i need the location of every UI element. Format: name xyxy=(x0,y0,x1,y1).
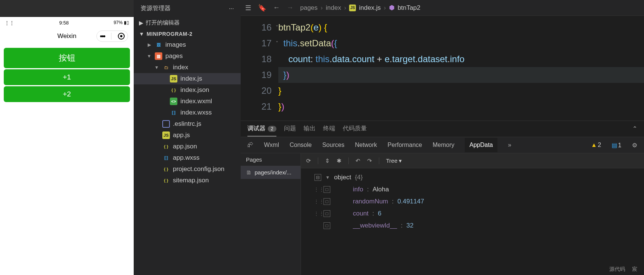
tree-label: index.wxss xyxy=(180,109,212,116)
status-battery: 97% ▮▯ xyxy=(114,20,129,25)
bookmark-icon[interactable]: 🔖 xyxy=(258,4,266,12)
pages-column: Pages 🗎 pages/index/... xyxy=(241,153,301,275)
data-entry-info[interactable]: ⋮⋮□info : Aloha xyxy=(305,183,640,196)
data-tree[interactable]: ⊟▼object {4}⋮⋮□info : Aloha⋮⋮□randomNum … xyxy=(301,168,644,275)
breadcrumb-3[interactable]: btnTap2 xyxy=(398,4,421,12)
open-editors-section[interactable]: ▶ 打开的编辑器 xyxy=(134,17,241,29)
devtab-wxml[interactable]: Wxml xyxy=(264,142,279,148)
tree-label: pages xyxy=(165,52,183,60)
tree-item-pages[interactable]: ▼▥pages xyxy=(134,50,241,62)
tree-label: app.wxss xyxy=(173,154,200,162)
tree-item-project-config-json[interactable]: { }project.config.json xyxy=(134,163,241,175)
gear-icon[interactable]: ⚙ xyxy=(632,142,637,149)
status-line: 源代码 宸 xyxy=(609,266,637,273)
devtab-console[interactable]: Console xyxy=(290,142,312,148)
appdata-toolbar: ⟳ ⇕ ✱ ↶ ↷ Tree ▾ xyxy=(301,153,644,168)
tree-label: app.json xyxy=(173,143,197,150)
tree-label: .eslintrc.js xyxy=(173,120,201,128)
collapse-icon[interactable]: ✱ xyxy=(337,157,342,164)
chevron-right-icon: › xyxy=(344,4,346,12)
tree-item-images[interactable]: ▶🖼images xyxy=(134,39,241,50)
tree-item-index-json[interactable]: { }index.json xyxy=(134,84,241,96)
tree-item-index[interactable]: ▼🗀index xyxy=(134,62,241,73)
tree-item-app-json[interactable]: { }app.json xyxy=(134,141,241,152)
close-icon[interactable] xyxy=(118,33,125,40)
undo-icon[interactable]: ↶ xyxy=(356,157,360,164)
devtab-memory[interactable]: Memory xyxy=(433,142,455,148)
data-entry-count[interactable]: ⋮⋮□count : 6 xyxy=(305,208,640,220)
info-icon[interactable]: ▤1 xyxy=(612,142,621,149)
devtab-appdata[interactable]: AppData xyxy=(465,138,497,152)
status-source[interactable]: 源代码 xyxy=(609,266,625,273)
tree-label: sitemap.json xyxy=(173,177,209,184)
breadcrumb-0[interactable]: pages xyxy=(300,4,317,12)
back-icon[interactable]: ← xyxy=(273,4,280,12)
tree-item-index-js[interactable]: JSindex.js xyxy=(134,73,241,84)
breadcrumb[interactable]: pages › index › JS index.js › ⬢ btnTap2 xyxy=(300,4,420,12)
tab-output[interactable]: 输出 xyxy=(304,121,316,136)
tree-label: index xyxy=(173,64,188,71)
cube-icon: ⬢ xyxy=(389,4,395,12)
more-tabs-icon[interactable]: » xyxy=(508,142,511,148)
forward-icon[interactable]: → xyxy=(287,4,293,12)
devtab-sources[interactable]: Sources xyxy=(322,142,345,148)
bottom-panel: 调试器2 问题 输出 终端 代码质量 ⌃ ⮳ Wxml Console Sour… xyxy=(241,121,644,275)
tree-label: index.wxml xyxy=(180,98,212,105)
capsule-button[interactable]: ••• xyxy=(96,31,128,42)
tree-item-index-wxss[interactable]: ⟦⟧index.wxss xyxy=(134,107,241,118)
devtools-tabs: ⮳ Wxml Console Sources Network Performan… xyxy=(241,137,644,153)
breadcrumb-1[interactable]: index xyxy=(326,4,341,12)
tree-item-sitemap-json[interactable]: { }sitemap.json xyxy=(134,175,241,186)
file-icon: 🗎 xyxy=(246,169,252,176)
tree-item-index-wxml[interactable]: <>index.wxml xyxy=(134,96,241,107)
tab-debugger[interactable]: 调试器2 xyxy=(247,121,276,136)
redo-icon[interactable]: ↷ xyxy=(367,157,372,164)
code-lines[interactable]: btnTap2(e) { this.setData({ count: this.… xyxy=(278,16,644,121)
refresh-icon[interactable]: ⟳ xyxy=(306,157,311,164)
signal-icon: ⋮⋮ xyxy=(5,20,14,26)
tree-item-app-js[interactable]: JSapp.js xyxy=(134,130,241,141)
tree-label: images xyxy=(165,41,186,49)
status-more[interactable]: 宸 xyxy=(632,266,637,273)
tab-quality[interactable]: 代码质量 xyxy=(343,121,367,136)
more-icon[interactable]: ··· xyxy=(229,5,234,12)
breadcrumb-2[interactable]: index.js xyxy=(359,4,381,12)
data-entry-__webviewId__[interactable]: □__webviewId__ : 32 xyxy=(305,220,640,232)
explorer-header: 资源管理器 ··· xyxy=(134,0,241,17)
tab-problems[interactable]: 问题 xyxy=(284,121,296,136)
page-item[interactable]: 🗎 pages/index/... xyxy=(241,166,301,179)
simulator-toolbar xyxy=(0,0,134,17)
menu-icon[interactable]: ••• xyxy=(100,32,105,40)
explorer-panel: 资源管理器 ··· ▶ 打开的编辑器 ▼ MINIPROGRAM-2 ▶🖼ima… xyxy=(134,0,241,275)
tree-label: index.js xyxy=(180,75,202,82)
chevron-up-icon[interactable]: ⌃ xyxy=(632,125,637,132)
list-icon[interactable]: ☰ xyxy=(245,4,251,12)
devtab-performance[interactable]: Performance xyxy=(388,142,422,148)
chevron-icon: ▼ xyxy=(154,65,159,70)
tab-terminal[interactable]: 终端 xyxy=(323,121,335,136)
tree-mode-select[interactable]: Tree ▾ xyxy=(386,157,402,164)
chevron-icon: ▼ xyxy=(147,53,152,59)
status-time: 9:58 xyxy=(14,20,114,26)
panel-body: Pages 🗎 pages/index/... ⟳ ⇕ ✱ ↶ ↷ Tree ▾ xyxy=(241,153,644,275)
explorer-title: 资源管理器 xyxy=(140,5,171,12)
pages-header: Pages xyxy=(241,153,301,166)
phone-body: 按钮 +1 +2 xyxy=(0,44,134,107)
inspect-icon[interactable]: ⮳ xyxy=(247,142,253,148)
tree-item-app-wxss[interactable]: ⟦⟧app.wxss xyxy=(134,152,241,163)
chevron-right-icon: › xyxy=(320,4,323,12)
expand-icon[interactable]: ⇕ xyxy=(325,157,330,164)
sim-button-main[interactable]: 按钮 xyxy=(4,48,130,68)
data-entry-randomNum[interactable]: ⋮⋮□randomNum : 0.491147 xyxy=(305,196,640,208)
tree-item--eslintrc-js[interactable]: .eslintrc.js xyxy=(134,118,241,130)
sim-button-plus1[interactable]: +1 xyxy=(4,69,130,85)
open-editors-label: 打开的编辑器 xyxy=(146,19,180,26)
appdata-pane: ⟳ ⇕ ✱ ↶ ↷ Tree ▾ ⊟▼object {4}⋮⋮□info : A… xyxy=(301,153,644,275)
code-editor[interactable]: 16˅17˅18192021 btnTap2(e) { this.setData… xyxy=(241,16,644,121)
tree-label: index.json xyxy=(180,86,209,94)
warning-icon[interactable]: ▲2 xyxy=(591,142,601,148)
devtab-network[interactable]: Network xyxy=(355,142,377,148)
tree-label: app.js xyxy=(173,131,190,139)
sim-button-plus2[interactable]: +2 xyxy=(4,86,130,102)
project-root[interactable]: ▼ MINIPROGRAM-2 xyxy=(134,29,241,39)
